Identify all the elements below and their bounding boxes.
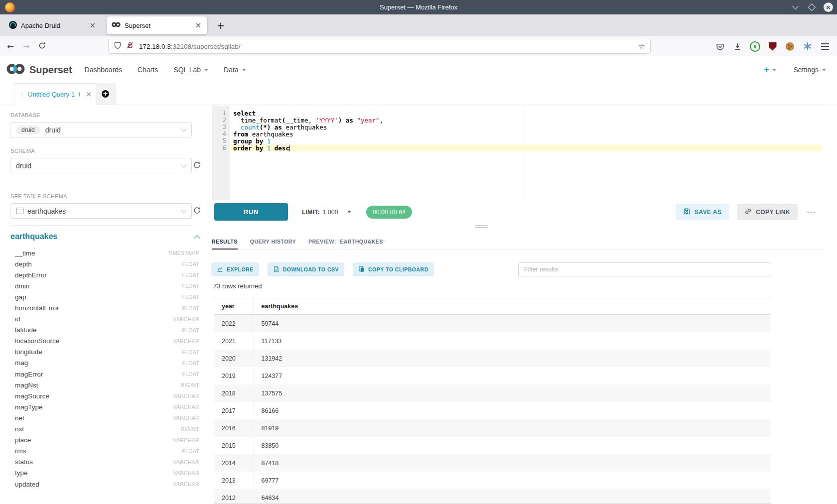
forward-button[interactable]: → xyxy=(22,41,29,51)
caret-down-icon[interactable] xyxy=(347,211,351,213)
result-cell: 83850 xyxy=(254,437,771,454)
table-schema-title[interactable]: earthquakes xyxy=(10,232,57,241)
result-row: 201786166 xyxy=(214,402,771,419)
column-name: latitude xyxy=(15,326,37,334)
sql-editor[interactable]: 123456 select time_format(__time, 'YYYY'… xyxy=(211,106,825,200)
settings-menu[interactable]: Settings xyxy=(793,66,826,74)
schema-column-row: magErrorFLOAT xyxy=(0,369,205,379)
window-minimize-button[interactable] xyxy=(791,3,800,12)
nav-item-data[interactable]: Data xyxy=(224,66,246,74)
bookmark-star-icon[interactable]: ☆ xyxy=(639,42,645,51)
filter-results-input[interactable] xyxy=(518,262,771,276)
clipboard-icon xyxy=(358,266,365,273)
url-bar[interactable]: 172.18.0.3:32108/superset/sqllab/ ☆ xyxy=(109,39,650,53)
tab-preview-earthquakes[interactable]: PREVIEW: `EARTHQUAKES` xyxy=(308,234,385,250)
schema-column-row: magSourceVARCHAR xyxy=(0,390,205,401)
container-extension-icon[interactable] xyxy=(802,41,813,52)
result-cell: 137575 xyxy=(254,384,771,402)
result-row: 2018137575 xyxy=(214,384,771,402)
line-number: 5 xyxy=(212,137,230,144)
brand-title[interactable]: Superset xyxy=(29,64,72,76)
tab-close-icon[interactable]: × xyxy=(88,21,97,30)
refresh-table-icon[interactable] xyxy=(193,206,202,215)
save-as-button[interactable]: SAVE AS xyxy=(676,204,729,220)
column-name: mag xyxy=(15,359,28,367)
drag-handle-icon[interactable]: ⋮ xyxy=(18,91,24,98)
copy-clipboard-button[interactable]: COPY TO CLIPBOARD xyxy=(353,262,434,276)
run-button[interactable]: RUN xyxy=(214,203,288,221)
schema-column-row: locationSourceVARCHAR xyxy=(0,336,205,347)
column-name: updated xyxy=(15,481,39,488)
nav-item-dashboards[interactable]: Dashboards xyxy=(85,66,123,74)
column-name: depth xyxy=(15,260,32,268)
schema-select[interactable]: druid xyxy=(10,158,192,173)
browser-tab-apache-druid[interactable]: Apache Druid × xyxy=(4,16,102,34)
schema-column-row: gapFLOAT xyxy=(0,291,205,302)
explore-button[interactable]: EXPLORE xyxy=(211,262,259,276)
schema-column-row: horizontalErrorFLOAT xyxy=(0,302,205,313)
more-options-icon[interactable]: ⋯ xyxy=(807,207,816,217)
nav-item-charts[interactable]: Charts xyxy=(138,66,158,74)
window-close-button[interactable]: × xyxy=(824,2,833,12)
new-button[interactable]: + xyxy=(764,64,776,75)
insecure-lock-icon[interactable] xyxy=(126,41,134,51)
copy-link-button[interactable]: COPY LINK xyxy=(737,204,798,220)
ublock-icon[interactable] xyxy=(767,41,778,52)
schema-column-row: __timeTIMESTAMP xyxy=(0,248,205,258)
file-icon xyxy=(273,266,279,273)
collapse-icon[interactable] xyxy=(194,235,200,242)
cookie-icon[interactable] xyxy=(785,41,795,52)
query-tab-close-icon[interactable]: × xyxy=(86,90,92,98)
reload-button[interactable] xyxy=(38,42,46,51)
schema-column-row: placeVARCHAR xyxy=(0,435,205,446)
tab-close-icon[interactable]: × xyxy=(194,21,202,30)
column-name: type xyxy=(15,469,28,477)
column-type: VARCHAR xyxy=(173,338,199,344)
superset-favicon-icon xyxy=(112,21,121,29)
back-button[interactable]: ← xyxy=(7,41,14,51)
downloads-icon[interactable] xyxy=(732,41,743,52)
table-value: earthquakes xyxy=(27,207,66,215)
pocket-icon[interactable] xyxy=(715,41,725,52)
results-table-container: yearearthquakes 202259744202111713320201… xyxy=(214,298,771,504)
database-select[interactable]: druid druid xyxy=(10,122,192,137)
shield-icon[interactable] xyxy=(114,41,122,51)
pane-resize-handle[interactable] xyxy=(475,225,488,226)
extension-icon[interactable] xyxy=(750,41,760,52)
limit-dropdown[interactable]: LIMIT: 1 000 xyxy=(302,209,351,216)
window-maximize-button[interactable] xyxy=(807,3,816,12)
table-select[interactable]: earthquakes xyxy=(10,203,192,219)
line-number: 3 xyxy=(212,124,230,130)
column-name: rms xyxy=(15,447,26,455)
code-line: time_format(__time, 'YYYY') as "year", xyxy=(233,117,825,124)
column-name: magNst xyxy=(15,381,38,389)
column-name: gap xyxy=(15,293,26,301)
refresh-schema-icon[interactable] xyxy=(193,161,202,170)
tab-query-history[interactable]: QUERY HISTORY xyxy=(250,234,296,250)
results-column-header[interactable]: year xyxy=(214,298,254,315)
query-tab-bar: ⋮ Untitled Query 1 × + xyxy=(0,83,837,105)
nav-item-sql-lab[interactable]: SQL Lab xyxy=(173,66,208,74)
tab-results[interactable]: RESULTS xyxy=(212,234,238,250)
code-line: from earthquakes xyxy=(233,130,825,137)
results-column-header[interactable]: earthquakes xyxy=(254,298,771,315)
add-query-tab-button[interactable]: + xyxy=(96,83,116,105)
result-cell: 2013 xyxy=(214,472,254,489)
code-area[interactable]: select time_format(__time, 'YYYY') as "y… xyxy=(230,106,825,200)
menu-icon[interactable] xyxy=(820,41,830,52)
result-cell: 87418 xyxy=(254,454,771,472)
query-tab-untitled-query-1[interactable]: ⋮ Untitled Query 1 × xyxy=(14,83,96,105)
new-tab-button[interactable]: + xyxy=(214,20,227,31)
column-type: VARCHAR xyxy=(173,437,199,443)
result-cell: 2015 xyxy=(214,437,254,454)
code-line: select xyxy=(233,110,825,117)
divider xyxy=(10,184,192,184)
browser-tab-superset[interactable]: Superset × xyxy=(107,16,207,34)
line-number: 4 xyxy=(212,130,230,137)
superset-logo[interactable] xyxy=(6,62,25,78)
result-cell: 69777 xyxy=(254,472,771,489)
result-cell: 81919 xyxy=(254,419,771,437)
table-columns-list: __timeTIMESTAMPdepthFLOATdepthErrorFLOAT… xyxy=(0,248,205,490)
tab-label: Apache Druid xyxy=(21,22,88,29)
download-csv-button[interactable]: DOWNLOAD TO CSV xyxy=(268,262,344,276)
